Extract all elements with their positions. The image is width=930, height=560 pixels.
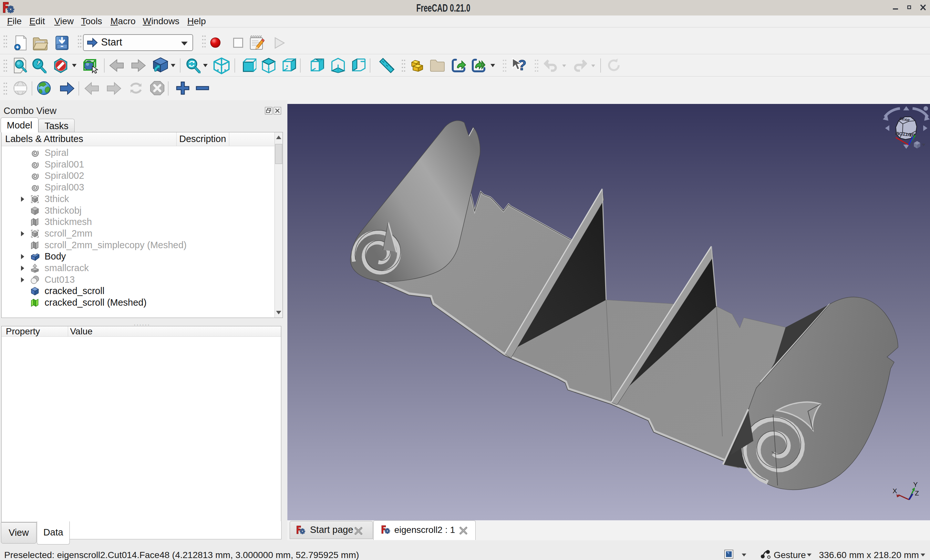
svg-text:Z: Z bbox=[915, 489, 919, 497]
svg-text:?: ? bbox=[517, 57, 527, 73]
svg-text:Y: Y bbox=[913, 481, 918, 488]
svg-text:X: X bbox=[893, 487, 897, 494]
